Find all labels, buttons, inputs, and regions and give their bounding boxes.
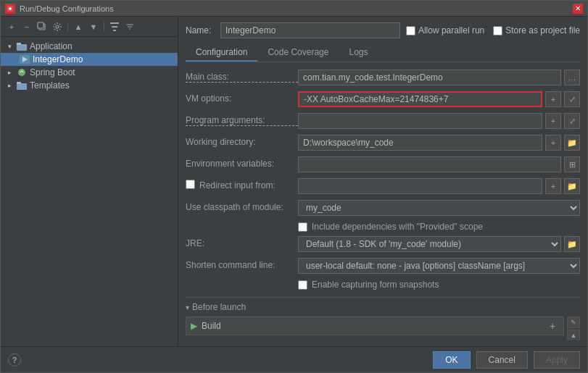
svg-point-3 (56, 25, 59, 28)
working-dir-browse-button[interactable]: 📁 (564, 135, 580, 151)
program-args-expand-button[interactable]: ⤢ (564, 113, 580, 129)
tab-coverage[interactable]: Code Coverage (257, 44, 339, 62)
copy-config-button[interactable] (36, 20, 49, 33)
enable-snapshots-wrap: Enable capturing form snapshots (298, 280, 439, 290)
run-config-icon (20, 54, 30, 64)
settings-config-button[interactable] (51, 20, 64, 33)
main-class-browse-button[interactable]: … (564, 70, 580, 85)
classpath-row: Use classpath of module: my_code (186, 200, 580, 216)
checkboxes-group: Allow parallel run Store as project file (406, 25, 580, 35)
chevron-right-icon-2: ▸ (5, 81, 14, 90)
redirect-input-label: Redirect input from: (199, 178, 276, 190)
templates-folder-icon (17, 80, 27, 91)
shorten-cmd-row: Shorten command line: user-local default… (186, 258, 580, 274)
vm-options-row: VM options: + ⤢ (186, 91, 580, 107)
include-deps-row: Include dependencies with "Provided" sco… (298, 222, 580, 232)
svg-rect-2 (38, 22, 44, 28)
close-button[interactable]: ✕ (573, 4, 583, 14)
left-toolbar: + − ▲ ▼ (1, 17, 178, 37)
svg-rect-6 (113, 30, 116, 31)
store-project-checkbox-label[interactable]: Store as project file (493, 25, 580, 35)
configuration-form: Main class: … VM options: + ⤢ (186, 70, 580, 340)
redirect-input-wrap: + 📁 (298, 178, 580, 194)
help-button[interactable]: ? (8, 353, 21, 366)
svg-rect-13 (17, 82, 21, 84)
include-deps-checkbox[interactable] (298, 222, 307, 232)
name-field-label: Name: (186, 25, 215, 35)
jre-row: JRE: Default (1.8 - SDK of 'my_code' mod… (186, 236, 580, 252)
jre-select[interactable]: Default (1.8 - SDK of 'my_code' module) (298, 236, 561, 252)
tab-logs[interactable]: Logs (339, 44, 378, 62)
env-vars-input[interactable] (298, 156, 561, 172)
before-launch-section: ▾ Before launch ▶ Build + (186, 297, 580, 340)
dialog-footer: ? OK Cancel Apply (1, 346, 587, 372)
ok-button[interactable]: OK (433, 351, 470, 369)
cancel-button[interactable]: Cancel (476, 351, 528, 369)
tree-item-integerdemo[interactable]: IntegerDemo (1, 53, 178, 66)
redirect-browse-button[interactable]: 📁 (564, 178, 580, 194)
classpath-input-wrap: my_code (298, 200, 580, 216)
allow-parallel-checkbox[interactable] (406, 26, 415, 35)
allow-parallel-label: Allow parallel run (418, 25, 484, 35)
tree-item-templates[interactable]: ▸ Templates (1, 79, 178, 92)
tree-item-springboot-label: Spring Boot (30, 67, 75, 77)
program-args-add-button[interactable]: + (545, 113, 561, 129)
svg-rect-5 (112, 26, 117, 28)
redirect-input-checkbox[interactable] (186, 180, 195, 189)
allow-parallel-checkbox-label[interactable]: Allow parallel run (406, 25, 484, 35)
env-vars-browse-button[interactable]: ⊞ (564, 156, 580, 172)
svg-rect-8 (17, 43, 21, 45)
name-input[interactable] (220, 22, 400, 38)
redirect-add-button[interactable]: + (545, 178, 561, 194)
classpath-select[interactable]: my_code (298, 200, 580, 216)
working-dir-add-button[interactable]: + (545, 135, 561, 151)
redirect-input-row: Redirect input from: + 📁 (186, 178, 580, 194)
store-project-label: Store as project file (505, 25, 580, 35)
store-project-checkbox[interactable] (493, 26, 502, 35)
working-dir-label: Working directory: (186, 135, 298, 147)
vm-options-label: VM options: (186, 91, 298, 104)
before-launch-header[interactable]: ▾ Before launch (186, 302, 580, 312)
program-args-input[interactable] (298, 113, 542, 129)
before-launch-edit-button[interactable]: ✎ (567, 317, 580, 328)
redirect-checkbox-wrap: Redirect input from: (186, 178, 298, 190)
working-dir-input-wrap: + 📁 (298, 135, 580, 151)
tree-item-application[interactable]: ▾ Application (1, 40, 178, 53)
svg-point-11 (18, 69, 25, 76)
shorten-cmd-input-wrap: user-local default: none - java [options… (298, 258, 580, 274)
program-args-label: Program arguments: (186, 113, 298, 126)
working-dir-row: Working directory: + 📁 (186, 135, 580, 151)
svg-rect-4 (110, 22, 119, 24)
before-launch-add-button[interactable]: + (546, 319, 559, 332)
add-config-button[interactable]: + (5, 20, 18, 33)
application-folder-icon (17, 41, 27, 51)
toolbar-separator (67, 22, 68, 32)
sort-button[interactable] (123, 20, 136, 33)
enable-snapshots-checkbox[interactable] (298, 280, 307, 290)
main-class-label: Main class: (186, 70, 298, 83)
tab-configuration[interactable]: Configuration (186, 44, 257, 62)
remove-config-button[interactable]: − (20, 20, 33, 33)
tabs-bar: Configuration Code Coverage Logs (186, 44, 580, 62)
tree-item-integerdemo-label: IntegerDemo (33, 54, 83, 64)
move-down-button[interactable]: ▼ (87, 20, 100, 33)
move-up-button[interactable]: ▲ (72, 20, 85, 33)
main-class-input-wrap: … (298, 70, 580, 85)
config-tree: ▾ Application (1, 37, 178, 346)
tree-item-springboot[interactable]: ▸ Spring Boot (1, 66, 178, 79)
run-debug-dialog: Run/Debug Configurations ✕ + − (0, 0, 588, 373)
shorten-cmd-label: Shorten command line: (186, 258, 298, 270)
before-launch-build-item[interactable]: ▶ Build + (186, 317, 564, 335)
shorten-cmd-select[interactable]: user-local default: none - java [options… (298, 258, 580, 274)
filter-button[interactable] (108, 20, 121, 33)
jre-browse-button[interactable]: 📁 (564, 236, 580, 252)
vm-options-input[interactable] (298, 91, 542, 107)
working-dir-input[interactable] (298, 135, 542, 151)
main-class-input[interactable] (298, 70, 561, 85)
env-vars-row: Environment variables: ⊞ (186, 156, 580, 172)
before-launch-up-button[interactable]: ▲ (567, 330, 580, 340)
vm-options-expand-button[interactable]: ⤢ (564, 91, 580, 107)
apply-button[interactable]: Apply (534, 351, 580, 369)
vm-options-add-button[interactable]: + (545, 91, 561, 107)
redirect-input-field[interactable] (298, 178, 542, 194)
